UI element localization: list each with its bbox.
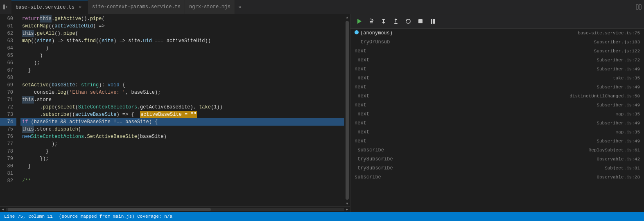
tab-overflow-button[interactable]: » [235, 0, 245, 14]
stack-func-name: _next [355, 75, 613, 81]
svg-marker-10 [394, 18, 398, 20]
line-number-73: 73 [0, 111, 16, 118]
stack-item-12[interactable]: nextSubscriber.js:49 [350, 137, 644, 146]
tab-close-button[interactable]: × [77, 4, 84, 11]
line-number-67: 67 [0, 67, 16, 74]
stack-func-name: _next [355, 129, 616, 135]
svg-rect-0 [3, 5, 5, 9]
line-number-78: 78 [0, 148, 16, 155]
line-number-60: 60 [0, 15, 16, 23]
stack-item-10[interactable]: nextSubscriber.js:49 [350, 119, 644, 128]
svg-rect-16 [433, 19, 435, 24]
stack-item-4[interactable]: nextSubscriber.js:49 [350, 65, 644, 74]
pause-button[interactable] [428, 17, 437, 26]
stack-item-16[interactable]: subscribeObservable.js:28 [350, 173, 644, 182]
code-line-76: new SiteContextActions.SetActiveBaseSite… [20, 133, 344, 140]
line-number-80: 80 [0, 162, 16, 170]
stack-func-name: next [355, 120, 597, 126]
stack-item-13[interactable]: _subscribeReplaySubject.js:61 [350, 146, 644, 155]
scroll-down-arrow[interactable]: ▼ [344, 201, 350, 206]
debug-toolbar [350, 14, 644, 29]
tab-label: base-site.service.ts [16, 5, 75, 10]
restart-button[interactable] [404, 17, 413, 26]
stack-func-name: _subscribe [355, 147, 589, 153]
line-numbers: 6061626364656667686970717273747576777879… [0, 14, 20, 206]
stack-item-2[interactable]: nextSubscriber.js:122 [350, 47, 644, 56]
stack-item-7[interactable]: _nextdistinctUntilChanged.js:50 [350, 92, 644, 101]
tab-bar: base-site.service.ts × site-context-para… [0, 0, 644, 14]
vertical-scrollbar[interactable]: ▲ ▼ [344, 14, 350, 206]
stack-item-14[interactable]: _trySubscribeObservable.js:42 [350, 155, 644, 164]
step-out-button[interactable] [391, 17, 400, 26]
line-number-71: 71 [0, 96, 16, 104]
code-line-79: }); [20, 155, 344, 162]
split-editor-button[interactable] [633, 4, 644, 10]
code-line-69: setActive(baseSite: string): void { [20, 81, 344, 89]
stack-func-name: next [355, 102, 597, 108]
continue-button[interactable] [355, 17, 364, 26]
stack-func-name: _trySubscribe [355, 156, 597, 162]
horizontal-scrollbar[interactable]: ◀ ▶ [0, 206, 350, 212]
code-line-77: ); [20, 140, 344, 148]
line-number-70: 70 [0, 89, 16, 96]
step-over-button[interactable] [367, 17, 376, 26]
scroll-thumb[interactable] [346, 21, 349, 200]
panel-collapse-button[interactable] [0, 0, 11, 14]
code-line-71: this.store [20, 96, 344, 104]
line-number-77: 77 [0, 140, 16, 148]
stack-item-0[interactable]: (anonymous)base-site.service.ts:75 [350, 29, 644, 38]
svg-rect-6 [370, 23, 373, 23]
h-scroll-thumb[interactable] [8, 208, 211, 211]
stack-file-ref: Subscriber.js:49 [597, 67, 640, 72]
stack-item-6[interactable]: nextSubscriber.js:49 [350, 83, 644, 92]
tab-ngrx-store[interactable]: ngrx-store.mjs [185, 0, 235, 14]
line-number-79: 79 [0, 155, 16, 162]
code-line-81 [20, 170, 344, 177]
stack-file-ref: Subscriber.js:49 [597, 121, 640, 126]
editor-content: 6061626364656667686970717273747576777879… [0, 14, 350, 206]
stack-file-ref: Subscriber.js:72 [597, 58, 640, 63]
stack-file-ref: Subject.js:81 [605, 166, 640, 171]
line-number-76: 76 [0, 133, 16, 140]
stack-item-5[interactable]: _nexttake.js:35 [350, 74, 644, 83]
code-line-66: ); [20, 59, 344, 67]
tab-site-context-params[interactable]: site-context-params.service.ts [88, 0, 185, 14]
line-number-61: 61 [0, 23, 16, 30]
svg-rect-8 [383, 20, 384, 22]
stack-func-name: next [355, 66, 597, 72]
editor-panel: 6061626364656667686970717273747576777879… [0, 14, 350, 212]
stack-file-ref: Subscriber.js:49 [597, 85, 640, 90]
stack-item-9[interactable]: _nextmap.js:35 [350, 110, 644, 119]
line-number-64: 64 [0, 45, 16, 52]
code-line-61: switchMap((activeSiteUid) => [20, 23, 344, 30]
pause-indicator [355, 30, 359, 34]
stack-item-11[interactable]: _nextmap.js:35 [350, 128, 644, 137]
stack-item-8[interactable]: nextSubscriber.js:49 [350, 101, 644, 110]
scroll-right-arrow[interactable]: ▶ [344, 207, 350, 212]
step-into-button[interactable] [379, 17, 388, 26]
code-line-63: map((sites) => sites.find((site) => site… [20, 37, 344, 45]
call-stack-panel[interactable]: (anonymous)base-site.service.ts:75__tryO… [350, 29, 644, 212]
code-line-75: this.store.dispatch( [20, 126, 344, 133]
scroll-up-arrow[interactable]: ▲ [344, 14, 350, 20]
stack-item-3[interactable]: _nextSubscriber.js:72 [350, 56, 644, 65]
svg-rect-14 [418, 19, 423, 23]
line-number-81: 81 [0, 170, 16, 177]
stack-item-1[interactable]: __tryOrUnsubSubscriber.js:183 [350, 38, 644, 47]
tab-base-site-service[interactable]: base-site.service.ts × [11, 0, 88, 14]
stop-button[interactable] [416, 17, 425, 26]
code-line-70: console.log('Ethan setActive: ', baseSit… [20, 89, 344, 96]
code-line-65: ) [20, 52, 344, 59]
code-line-62: this.getAll().pipe( [20, 30, 344, 37]
code-area[interactable]: return this.getActive().pipe( switchMap(… [20, 14, 344, 206]
source-map-info: (source mapped from main.js) Coverage: n… [59, 214, 172, 219]
stack-func-name: _next [355, 111, 616, 117]
svg-marker-9 [382, 22, 385, 24]
stack-file-ref: map.js:35 [616, 130, 640, 135]
scroll-left-arrow[interactable]: ◀ [0, 207, 6, 212]
stack-func-name: next [355, 48, 594, 54]
code-line-67: } [20, 67, 344, 74]
stack-item-15[interactable]: _trySubscribeSubject.js:81 [350, 164, 644, 173]
status-bar: Line 75, Column 11 (source mapped from m… [0, 212, 644, 221]
svg-rect-12 [394, 23, 398, 24]
